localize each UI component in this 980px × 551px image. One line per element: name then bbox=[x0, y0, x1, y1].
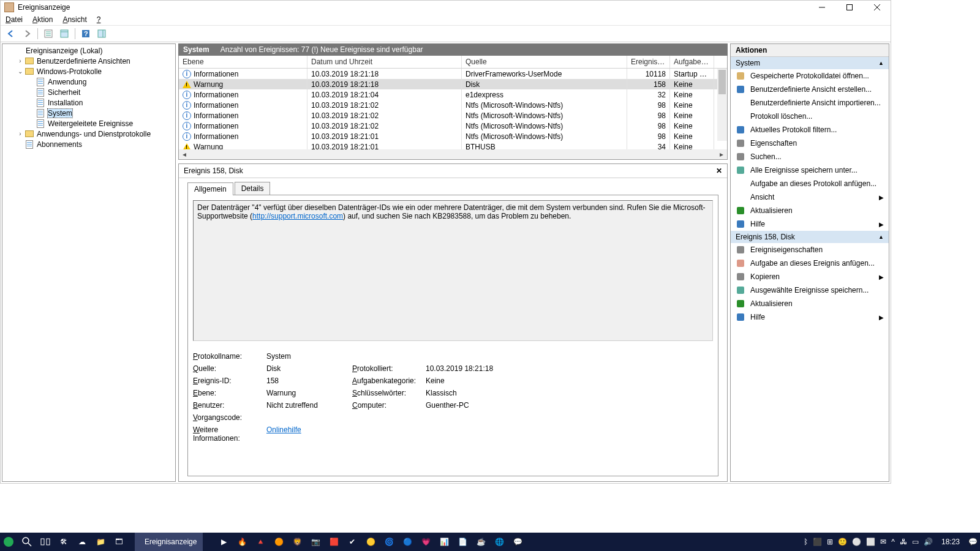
prop-value bbox=[426, 352, 548, 361]
toolbar-help-icon[interactable]: ? bbox=[79, 27, 92, 40]
action-item[interactable]: Aktuelles Protokoll filtern... bbox=[731, 123, 889, 137]
col-quelle[interactable]: Quelle bbox=[462, 56, 627, 68]
col-ebene[interactable]: Ebene bbox=[179, 56, 307, 68]
forward-button[interactable] bbox=[20, 27, 34, 40]
expand-icon[interactable]: ⌄ bbox=[16, 68, 24, 75]
svg-rect-27 bbox=[737, 313, 744, 321]
tree-item[interactable]: ·Weitergeleitete Ereignisse bbox=[2, 118, 175, 129]
actions-section-system[interactable]: System▲ bbox=[731, 57, 889, 69]
action-item[interactable]: Hilfe▶ bbox=[731, 217, 889, 231]
close-button[interactable] bbox=[863, 1, 891, 14]
col-kat[interactable]: Aufgabenkate bbox=[670, 56, 714, 68]
table-row[interactable]: Warnung10.03.2019 18:21:18Disk158Keine bbox=[179, 79, 727, 89]
svg-rect-16 bbox=[737, 126, 744, 133]
table-row[interactable]: iInformationen10.03.2019 18:21:02Ntfs (M… bbox=[179, 121, 727, 131]
help-icon bbox=[736, 312, 745, 322]
tree-item[interactable]: ·System bbox=[2, 108, 175, 118]
toolbar-properties-icon[interactable] bbox=[42, 27, 55, 40]
maximize-button[interactable] bbox=[835, 1, 863, 14]
online-help-link[interactable]: Onlinehilfe bbox=[266, 425, 301, 434]
grid-rows[interactable]: iInformationen10.03.2019 18:21:18DriverF… bbox=[179, 69, 727, 149]
menu-aktion[interactable]: Aktion bbox=[32, 15, 53, 24]
table-row[interactable]: iInformationen10.03.2019 18:21:02Ntfs (M… bbox=[179, 100, 727, 110]
action-item[interactable]: Hilfe▶ bbox=[731, 310, 889, 324]
info-icon: i bbox=[183, 91, 191, 99]
svg-rect-15 bbox=[737, 86, 744, 93]
menu-datei[interactable]: Datei bbox=[6, 15, 23, 24]
info-icon: i bbox=[183, 132, 191, 141]
prop-label bbox=[352, 352, 426, 361]
tree-item[interactable]: ·Abonnements bbox=[2, 139, 175, 149]
tab-allgemein[interactable]: Allgemein bbox=[187, 182, 233, 195]
action-item[interactable]: Alle Ereignisse speichern unter... bbox=[731, 163, 889, 177]
scroll-right-icon[interactable]: ▸ bbox=[717, 150, 726, 159]
cell: 34 bbox=[627, 141, 670, 150]
cell: Keine bbox=[670, 141, 714, 150]
svg-rect-17 bbox=[737, 140, 744, 147]
tab-details[interactable]: Details bbox=[235, 182, 271, 195]
svg-rect-12 bbox=[98, 30, 105, 37]
tree-item[interactable]: ›Benutzerdefinierte Ansichten bbox=[2, 56, 175, 66]
prop-icon bbox=[736, 245, 745, 255]
action-item[interactable]: Aktualisieren bbox=[731, 204, 889, 217]
table-row[interactable]: Warnung10.03.2019 18:21:01BTHUSB34Keine bbox=[179, 141, 727, 149]
center-pane: System Anzahl von Ereignissen: 77 (!) Ne… bbox=[178, 43, 728, 482]
tree-item[interactable]: ·Installation bbox=[2, 97, 175, 108]
action-item[interactable]: Ereigniseigenschaften bbox=[731, 243, 889, 257]
toolbar-panel-icon[interactable] bbox=[95, 27, 108, 40]
detail-close-button[interactable]: ✕ bbox=[716, 167, 722, 175]
prop-value bbox=[426, 425, 548, 443]
action-item[interactable]: Benutzerdefinierte Ansicht erstellen... bbox=[731, 83, 889, 96]
action-item[interactable]: Gespeicherte Protokolldatei öffnen... bbox=[731, 69, 889, 83]
center-header-name: System bbox=[183, 45, 209, 54]
menu-ansicht[interactable]: Ansicht bbox=[62, 15, 86, 24]
scroll-thumb[interactable] bbox=[718, 70, 726, 94]
action-item[interactable]: Ansicht▶ bbox=[731, 190, 889, 204]
tree-item[interactable]: ·Ereignisanzeige (Lokal) bbox=[2, 45, 175, 56]
table-row[interactable]: iInformationen10.03.2019 18:21:18DriverF… bbox=[179, 69, 727, 79]
action-item[interactable]: Protokoll löschen... bbox=[731, 110, 889, 123]
prop-label: Schlüsselwörter: bbox=[352, 389, 426, 397]
tree-item[interactable]: ⌄Windows-Protokolle bbox=[2, 66, 175, 77]
actions-section-event[interactable]: Ereignis 158, Disk▲ bbox=[731, 231, 889, 243]
menu-help[interactable]: ? bbox=[97, 15, 101, 24]
message-box[interactable]: Der Datenträger "4" verfügt über dieselb… bbox=[193, 200, 713, 341]
minimize-button[interactable] bbox=[808, 1, 835, 14]
scrollbar-horizontal[interactable]: ◂ ▸ bbox=[179, 149, 727, 159]
action-item[interactable]: Eigenschaften bbox=[731, 137, 889, 150]
info-icon: i bbox=[183, 122, 191, 130]
tree-item[interactable]: ·Sicherheit bbox=[2, 87, 175, 97]
item-icon bbox=[24, 140, 34, 149]
back-button[interactable] bbox=[4, 27, 18, 40]
col-id[interactable]: Ereignis-ID bbox=[627, 56, 670, 68]
prop-label: Ereignis-ID: bbox=[193, 377, 266, 385]
actions-list-1: Gespeicherte Protokolldatei öffnen...Ben… bbox=[731, 69, 889, 231]
tree-item[interactable]: ·Anwendung bbox=[2, 77, 175, 87]
action-item[interactable]: Aufgabe an dieses Ereignis anfügen... bbox=[731, 257, 889, 270]
action-item[interactable]: Suchen... bbox=[731, 150, 889, 163]
nav-tree[interactable]: ·Ereignisanzeige (Lokal)›Benutzerdefinie… bbox=[2, 43, 176, 482]
scrollbar-vertical[interactable] bbox=[717, 69, 727, 141]
cell: BTHUSB bbox=[462, 141, 627, 150]
tree-item[interactable]: ›Anwendungs- und Dienstprotokolle bbox=[2, 129, 175, 139]
svg-text:?: ? bbox=[84, 30, 88, 37]
folder-icon bbox=[24, 57, 34, 66]
tab-body: Der Datenträger "4" verfügt über dieselb… bbox=[187, 195, 718, 476]
msg-link[interactable]: http://support.microsoft.com bbox=[252, 212, 343, 220]
col-datum[interactable]: Datum und Uhrzeit bbox=[307, 56, 462, 68]
action-item[interactable]: Benutzerdefinierte Ansicht importieren..… bbox=[731, 96, 889, 110]
action-item[interactable]: Aktualisieren bbox=[731, 297, 889, 310]
action-item[interactable]: Kopieren▶ bbox=[731, 270, 889, 283]
grid-header[interactable]: Ebene Datum und Uhrzeit Quelle Ereignis-… bbox=[179, 56, 727, 69]
prop-label: Weitere Informationen: bbox=[193, 425, 266, 443]
toolbar-window-icon[interactable] bbox=[58, 27, 71, 40]
action-item[interactable]: Aufgabe an dieses Protokoll anfügen... bbox=[731, 177, 889, 190]
table-row[interactable]: iInformationen10.03.2019 18:21:01Ntfs (M… bbox=[179, 131, 727, 141]
table-row[interactable]: iInformationen10.03.2019 18:21:02Ntfs (M… bbox=[179, 110, 727, 121]
scroll-left-icon[interactable]: ◂ bbox=[180, 150, 189, 159]
action-item[interactable]: Ausgewählte Ereignisse speichern... bbox=[731, 283, 889, 297]
workarea: ·Ereignisanzeige (Lokal)›Benutzerdefinie… bbox=[1, 42, 891, 483]
expand-icon[interactable]: › bbox=[16, 130, 24, 137]
table-row[interactable]: iInformationen10.03.2019 18:21:04e1dexpr… bbox=[179, 89, 727, 100]
expand-icon[interactable]: › bbox=[16, 58, 24, 64]
